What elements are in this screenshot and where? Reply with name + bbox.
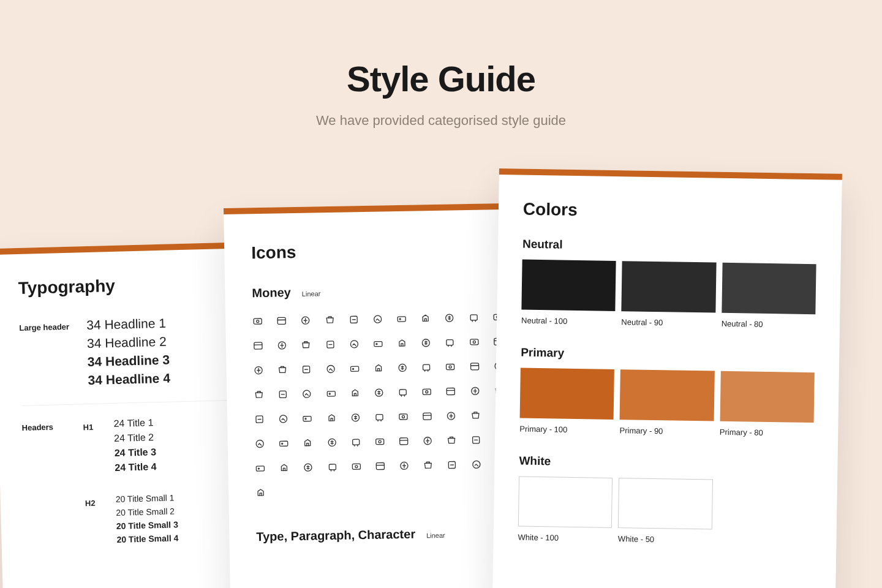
- svg-rect-52: [423, 413, 431, 420]
- money-label: Money: [252, 285, 291, 300]
- page-title: Style Guide: [0, 58, 882, 99]
- title-small-4: 20 Title Small 4: [116, 533, 178, 545]
- money-icon: [469, 337, 481, 350]
- h1-group: H1 24 Title 1 24 Title 2 24 Title 3 24 T…: [83, 417, 176, 478]
- title-3: 24 Title 3: [115, 446, 176, 459]
- money-icon: [470, 410, 483, 423]
- money-icon: [349, 339, 361, 352]
- svg-point-51: [402, 415, 405, 418]
- money-icon: [447, 435, 459, 448]
- money-icon: [351, 461, 364, 474]
- money-icon: [350, 412, 363, 425]
- swatch-box: [518, 477, 613, 528]
- money-icon: [399, 461, 412, 473]
- svg-rect-16: [374, 342, 382, 347]
- swatch-neutral-90: Neutral - 90: [621, 261, 716, 328]
- money-icon: [373, 338, 386, 351]
- swatch-label: Neutral - 80: [722, 319, 816, 330]
- swatch-box: [521, 260, 616, 311]
- svg-rect-70: [352, 464, 360, 469]
- neutral-label: Neutral: [522, 238, 816, 256]
- money-icon: [397, 338, 410, 351]
- svg-rect-9: [470, 315, 477, 320]
- svg-rect-26: [350, 366, 358, 371]
- money-icon: [372, 314, 385, 326]
- svg-point-21: [473, 341, 475, 343]
- title-4: 24 Title 4: [115, 461, 176, 473]
- money-icon: [421, 337, 434, 350]
- swatch-box: [618, 478, 713, 529]
- svg-point-31: [449, 366, 451, 368]
- money-icon: [422, 411, 435, 424]
- money-style: Linear: [302, 290, 321, 298]
- money-icon: [421, 362, 434, 375]
- money-icon: [301, 364, 314, 377]
- svg-rect-62: [400, 438, 408, 445]
- money-icon: [423, 460, 435, 473]
- money-icon: [301, 339, 314, 352]
- svg-point-41: [426, 391, 428, 393]
- money-icon: [255, 463, 268, 476]
- money-icon: [327, 462, 340, 475]
- svg-point-67: [258, 468, 259, 469]
- swatch-label: Neutral - 90: [621, 317, 715, 328]
- money-icon: [254, 414, 267, 427]
- svg-rect-6: [398, 317, 405, 322]
- money-icon: [325, 315, 337, 328]
- svg-rect-46: [303, 417, 311, 421]
- headers-block: Headers H1 24 Title 1 24 Title 2 24 Titl…: [21, 415, 234, 551]
- svg-rect-36: [327, 391, 335, 396]
- white-label: White: [519, 454, 813, 473]
- money-icon: [277, 364, 290, 377]
- money-icon: [253, 365, 266, 378]
- money-icon: [350, 437, 363, 450]
- swatch-box: [720, 371, 815, 423]
- money-section-header: Money Linear: [252, 282, 504, 300]
- svg-point-57: [282, 443, 283, 444]
- swatch-label: Primary - 80: [720, 428, 814, 438]
- money-icon: [470, 386, 483, 399]
- swatch-white-50: White - 50: [618, 478, 713, 545]
- money-icon: [470, 435, 483, 448]
- money-icon: [446, 410, 459, 423]
- title-2: 24 Title 2: [114, 431, 176, 444]
- money-icon: [300, 315, 313, 328]
- svg-rect-69: [329, 464, 336, 470]
- svg-rect-40: [423, 389, 431, 394]
- primary-section: Primary Primary - 100 Primary - 90 Prima…: [519, 346, 815, 439]
- headline-2: 34 Headline 2: [87, 333, 230, 351]
- money-icon: [398, 387, 410, 400]
- svg-rect-60: [376, 439, 384, 444]
- money-icon: [447, 459, 460, 472]
- money-icon: [398, 412, 411, 424]
- swatch-box: [622, 261, 717, 312]
- money-icon: [420, 313, 433, 326]
- swatch-label: Primary - 90: [620, 426, 714, 436]
- money-icon: [325, 339, 337, 352]
- money-icon: [374, 387, 386, 400]
- svg-point-7: [399, 318, 401, 320]
- page-subtitle: We have provided categorised style guide: [0, 113, 882, 129]
- svg-rect-66: [256, 466, 264, 471]
- svg-rect-30: [447, 364, 454, 369]
- money-icon: [350, 388, 363, 401]
- svg-point-61: [379, 440, 381, 443]
- swatch-neutral-100: Neutral - 100: [521, 260, 616, 326]
- money-icon: [446, 386, 459, 399]
- money-icon: [374, 412, 387, 424]
- svg-rect-39: [399, 390, 406, 395]
- hero: Style Guide We have provided categorised…: [0, 58, 882, 129]
- svg-rect-42: [447, 388, 455, 394]
- swatch-primary-80: Primary - 80: [720, 371, 815, 438]
- headline-samples: 34 Headline 1 34 Headline 2 34 Headline …: [86, 314, 230, 391]
- money-icon: [373, 363, 386, 375]
- money-icon: [325, 364, 338, 377]
- swatch-label: Primary - 100: [519, 424, 614, 435]
- money-icon: [398, 363, 410, 375]
- primary-label: Primary: [521, 346, 815, 364]
- svg-point-47: [305, 418, 306, 420]
- large-header-row: Large header 34 Headline 1 34 Headline 2…: [19, 314, 230, 393]
- svg-rect-49: [376, 415, 383, 420]
- money-icon: [374, 436, 387, 449]
- icons-heading: Icons: [251, 239, 503, 263]
